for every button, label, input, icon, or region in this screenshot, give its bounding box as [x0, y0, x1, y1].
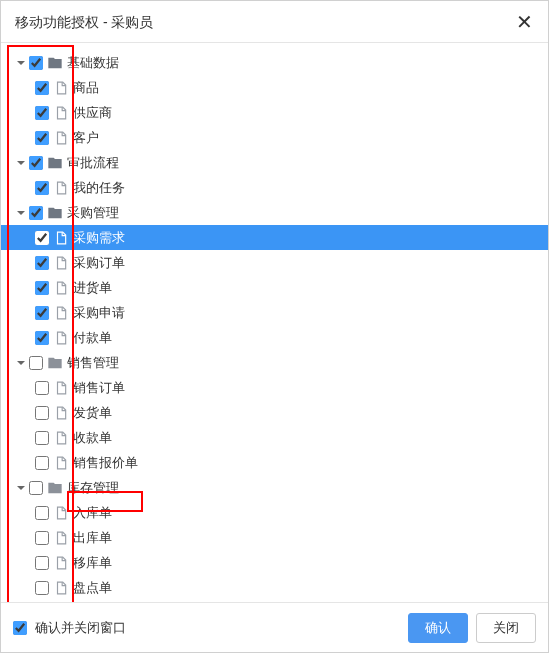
node-checkbox[interactable]: [35, 506, 49, 520]
folder-icon: [47, 355, 63, 371]
tree-node-receipt[interactable]: 收款单: [1, 425, 548, 450]
node-checkbox[interactable]: [29, 206, 43, 220]
node-label: 付款单: [73, 329, 112, 347]
file-icon: [53, 580, 69, 596]
file-icon: [53, 80, 69, 96]
node-label: 商品: [73, 79, 99, 97]
file-icon: [53, 305, 69, 321]
node-checkbox[interactable]: [29, 481, 43, 495]
tree-node-base[interactable]: 基础数据: [1, 50, 548, 75]
node-checkbox[interactable]: [35, 231, 49, 245]
dialog-header: 移动功能授权 - 采购员 ✕: [1, 1, 548, 43]
node-checkbox[interactable]: [29, 56, 43, 70]
close-confirm-label: 确认并关闭窗口: [35, 619, 126, 637]
tree-node-goods[interactable]: 商品: [1, 75, 548, 100]
tree-node-sorder[interactable]: 销售订单: [1, 375, 548, 400]
folder-icon: [47, 155, 63, 171]
close-confirm-checkbox[interactable]: [13, 621, 27, 635]
node-checkbox[interactable]: [35, 331, 49, 345]
tree-node-move[interactable]: 移库单: [1, 550, 548, 575]
node-checkbox[interactable]: [35, 181, 49, 195]
file-icon: [53, 555, 69, 571]
node-label: 发货单: [73, 404, 112, 422]
expand-toggle[interactable]: [13, 58, 29, 68]
tree-node-porder[interactable]: 采购订单: [1, 250, 548, 275]
tree-node-purchase[interactable]: 采购管理: [1, 200, 548, 225]
node-label: 库存管理: [67, 479, 119, 497]
node-checkbox[interactable]: [29, 356, 43, 370]
file-icon: [53, 505, 69, 521]
file-icon: [53, 455, 69, 471]
expand-toggle[interactable]: [13, 208, 29, 218]
node-checkbox[interactable]: [35, 581, 49, 595]
node-checkbox[interactable]: [35, 456, 49, 470]
expand-toggle[interactable]: [13, 158, 29, 168]
tree-node-supplier[interactable]: 供应商: [1, 100, 548, 125]
node-label: 采购需求: [73, 229, 125, 247]
file-icon: [53, 280, 69, 296]
node-label: 移库单: [73, 554, 112, 572]
file-icon: [53, 230, 69, 246]
file-icon: [53, 405, 69, 421]
expand-toggle[interactable]: [13, 483, 29, 493]
node-label: 销售订单: [73, 379, 125, 397]
node-checkbox[interactable]: [35, 306, 49, 320]
node-label: 收款单: [73, 429, 112, 447]
node-checkbox[interactable]: [35, 531, 49, 545]
node-checkbox[interactable]: [35, 406, 49, 420]
tree-node-preq[interactable]: 采购需求: [1, 225, 548, 250]
node-label: 进货单: [73, 279, 112, 297]
file-icon: [53, 330, 69, 346]
tree-node-papply[interactable]: 采购申请: [1, 300, 548, 325]
node-checkbox[interactable]: [35, 381, 49, 395]
file-icon: [53, 130, 69, 146]
node-checkbox[interactable]: [35, 431, 49, 445]
tree-node-inventory[interactable]: 库存管理: [1, 475, 548, 500]
tree-node-stockin[interactable]: 进货单: [1, 275, 548, 300]
ok-button[interactable]: 确认: [408, 613, 468, 643]
node-label: 采购管理: [67, 204, 119, 222]
tree-node-customer[interactable]: 客户: [1, 125, 548, 150]
close-icon[interactable]: ✕: [514, 1, 534, 43]
node-label: 销售管理: [67, 354, 119, 372]
tree-node-in[interactable]: 入库单: [1, 500, 548, 525]
dialog-title: 移动功能授权 - 采购员: [15, 1, 153, 43]
dialog-footer: 确认并关闭窗口 确认 关闭: [1, 602, 548, 652]
node-label: 基础数据: [67, 54, 119, 72]
tree-container: 基础数据 商品 供应商 客户 审批流程 我的任务 采购管理 采购需求: [1, 44, 548, 602]
node-checkbox[interactable]: [35, 256, 49, 270]
node-label: 盘点单: [73, 579, 112, 597]
node-checkbox[interactable]: [35, 131, 49, 145]
file-icon: [53, 255, 69, 271]
node-label: 采购申请: [73, 304, 125, 322]
file-icon: [53, 105, 69, 121]
file-icon: [53, 430, 69, 446]
node-checkbox[interactable]: [35, 281, 49, 295]
close-confirm-wrapper[interactable]: 确认并关闭窗口: [13, 619, 126, 637]
cancel-button[interactable]: 关闭: [476, 613, 536, 643]
folder-icon: [47, 480, 63, 496]
node-label: 入库单: [73, 504, 112, 522]
file-icon: [53, 180, 69, 196]
tree-node-payment[interactable]: 付款单: [1, 325, 548, 350]
node-label: 审批流程: [67, 154, 119, 172]
tree-node-count[interactable]: 盘点单: [1, 575, 548, 600]
tree-node-ship[interactable]: 发货单: [1, 400, 548, 425]
tree-node-quote[interactable]: 销售报价单: [1, 450, 548, 475]
node-checkbox[interactable]: [35, 81, 49, 95]
tree-node-sales[interactable]: 销售管理: [1, 350, 548, 375]
node-label: 供应商: [73, 104, 112, 122]
expand-toggle[interactable]: [13, 358, 29, 368]
tree-node-mytask[interactable]: 我的任务: [1, 175, 548, 200]
tree-node-approval[interactable]: 审批流程: [1, 150, 548, 175]
node-checkbox[interactable]: [35, 106, 49, 120]
node-label: 采购订单: [73, 254, 125, 272]
file-icon: [53, 530, 69, 546]
tree-node-out[interactable]: 出库单: [1, 525, 548, 550]
folder-icon: [47, 205, 63, 221]
node-checkbox[interactable]: [29, 156, 43, 170]
node-label: 出库单: [73, 529, 112, 547]
node-label: 客户: [73, 129, 99, 147]
folder-icon: [47, 55, 63, 71]
node-checkbox[interactable]: [35, 556, 49, 570]
